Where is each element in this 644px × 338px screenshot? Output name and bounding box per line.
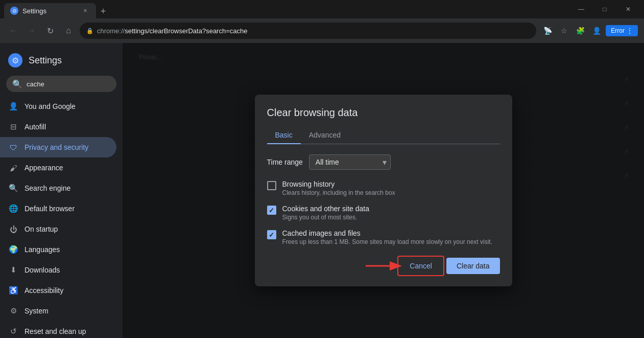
close-window-button[interactable]: ✕ xyxy=(616,0,640,18)
reset-icon: ↺ xyxy=(8,326,18,336)
checkbox-item-cookies: Cookies and other site data Signs you ou… xyxy=(267,205,500,221)
search-engine-icon: 🔍 xyxy=(8,183,18,193)
privacy-icon: 🛡 xyxy=(8,142,18,152)
toolbar-icons: 📡 ☆ 🧩 👤 Error ⋮ xyxy=(540,24,638,38)
url-rest: /clearBrowserData?search=cache xyxy=(148,27,247,35)
sidebar-item-label: System xyxy=(25,307,49,315)
sidebar-search-box[interactable]: 🔍 xyxy=(6,76,116,92)
sidebar-item-search-engine[interactable]: 🔍 Search engine xyxy=(0,178,116,198)
sidebar-item-label: On startup xyxy=(25,225,58,233)
system-icon: ⚙ xyxy=(8,306,18,316)
home-button[interactable]: ⌂ xyxy=(61,24,76,38)
cookies-checkbox[interactable] xyxy=(267,206,276,215)
tab-area: ⚙ Settings × + xyxy=(4,0,567,18)
tab-title: Settings xyxy=(22,7,46,15)
dialog-tabs: Basic Advanced xyxy=(267,127,500,144)
sidebar-item-accessibility[interactable]: ♿ Accessibility xyxy=(0,280,116,301)
sidebar-item-system[interactable]: ⚙ System xyxy=(0,301,116,321)
sidebar-item-label: Downloads xyxy=(25,266,60,274)
star-icon[interactable]: ☆ xyxy=(557,24,571,38)
sidebar-item-autofill[interactable]: ⊟ Autofill xyxy=(0,117,116,137)
sidebar-item-label: Reset and clean up xyxy=(25,327,86,335)
sidebar-item-label: Languages xyxy=(25,245,60,254)
on-startup-icon: ⏻ xyxy=(8,224,18,234)
dialog-title: Clear browsing data xyxy=(267,107,500,119)
sidebar-item-appearance[interactable]: 🖌 Appearance xyxy=(0,157,116,178)
tab-advanced[interactable]: Advanced xyxy=(301,127,349,144)
default-browser-icon: 🌐 xyxy=(8,204,18,214)
time-range-select[interactable]: Last hour Last 24 hours Last 7 days Last… xyxy=(309,154,391,170)
sidebar-item-default-browser[interactable]: 🌐 Default browser xyxy=(0,198,116,219)
sidebar-item-reset-and-clean-up[interactable]: ↺ Reset and clean up xyxy=(0,321,116,338)
address-bar-input[interactable]: 🔒 chrome://settings/clearBrowserData?sea… xyxy=(80,22,536,39)
search-icon: 🔍 xyxy=(12,79,22,89)
maximize-button[interactable]: □ xyxy=(593,0,616,18)
sidebar-item-label: Autofill xyxy=(25,123,46,131)
cached-images-label: Cached images and files xyxy=(282,229,493,237)
autofill-icon: ⊟ xyxy=(8,122,18,132)
active-tab[interactable]: ⚙ Settings × xyxy=(4,3,96,18)
cancel-button[interactable]: Cancel xyxy=(399,258,442,274)
address-bar: ← → ↻ ⌂ 🔒 chrome://settings/clearBrowser… xyxy=(0,18,644,43)
extensions-icon[interactable]: 🧩 xyxy=(573,24,587,38)
error-badge[interactable]: Error ⋮ xyxy=(606,25,638,36)
page-content: Privac... › › › › › xyxy=(123,43,644,338)
browsing-history-checkbox-wrap[interactable] xyxy=(267,181,276,190)
minimize-button[interactable]: — xyxy=(569,0,593,18)
sidebar-item-label: Accessibility xyxy=(25,286,63,295)
cookies-label: Cookies and other site data xyxy=(282,205,369,213)
you-and-google-icon: 👤 xyxy=(8,101,18,111)
reload-button[interactable]: ↻ xyxy=(43,24,57,38)
url-scheme: chrome:// xyxy=(97,27,125,35)
clear-data-button[interactable]: Clear data xyxy=(446,258,500,274)
forward-button[interactable]: → xyxy=(25,24,39,38)
time-range-row: Time range Last hour Last 24 hours Last … xyxy=(267,154,500,170)
url-highlight: settings xyxy=(125,27,148,35)
sidebar-item-on-startup[interactable]: ⏻ On startup xyxy=(0,219,116,239)
sidebar-item-label: Appearance xyxy=(25,164,63,172)
clear-browsing-data-dialog: Clear browsing data Basic Advanced Time … xyxy=(255,95,512,286)
back-button[interactable]: ← xyxy=(6,24,20,38)
cookies-subtext: Signs you out of most sites. xyxy=(282,214,369,221)
downloads-icon: ⬇ xyxy=(8,265,18,275)
cookies-text: Cookies and other site data Signs you ou… xyxy=(282,205,369,221)
cached-images-checkbox[interactable] xyxy=(267,230,276,239)
time-range-select-wrapper: Last hour Last 24 hours Last 7 days Last… xyxy=(309,154,391,170)
sidebar-item-label: Privacy and security xyxy=(25,143,88,151)
profile-icon[interactable]: 👤 xyxy=(589,24,604,38)
languages-icon: 🌍 xyxy=(8,244,18,255)
cast-icon[interactable]: 📡 xyxy=(540,24,555,38)
sidebar-item-label: Default browser xyxy=(25,205,75,213)
address-text: chrome://settings/clearBrowserData?searc… xyxy=(97,27,530,35)
sidebar: ⚙ Settings 🔍 👤 You and Google ⊟ Autofill… xyxy=(0,43,123,338)
tab-basic[interactable]: Basic xyxy=(267,127,301,144)
checkbox-item-browsing-history: Browsing history Clears history, includi… xyxy=(267,180,500,196)
sidebar-item-label: You and Google xyxy=(25,102,76,110)
window-controls: — □ ✕ xyxy=(569,0,640,18)
secure-icon: 🔒 xyxy=(86,27,94,35)
cookies-checkbox-wrap[interactable] xyxy=(267,206,276,215)
dialog-footer: Cancel Clear data xyxy=(267,258,500,274)
cached-images-checkbox-wrap[interactable] xyxy=(267,230,276,239)
browsing-history-checkbox[interactable] xyxy=(267,181,276,190)
sidebar-title: Settings xyxy=(29,55,62,66)
title-bar: ⚙ Settings × + — □ ✕ xyxy=(0,0,644,18)
sidebar-item-downloads[interactable]: ⬇ Downloads xyxy=(0,260,116,280)
sidebar-item-label: Search engine xyxy=(25,184,70,192)
settings-logo: ⚙ xyxy=(8,53,22,67)
browsing-history-subtext: Clears history, including in the search … xyxy=(282,189,395,196)
cached-images-text: Cached images and files Frees up less th… xyxy=(282,229,493,245)
modal-overlay: Clear browsing data Basic Advanced Time … xyxy=(123,43,644,338)
sidebar-search-input[interactable] xyxy=(27,80,112,88)
sidebar-item-languages[interactable]: 🌍 Languages xyxy=(0,239,116,260)
sidebar-item-privacy-and-security[interactable]: 🛡 Privacy and security xyxy=(0,137,116,157)
sidebar-item-you-and-google[interactable]: 👤 You and Google xyxy=(0,96,116,117)
close-tab-button[interactable]: × xyxy=(81,6,90,15)
menu-dots: ⋮ xyxy=(627,27,633,34)
new-tab-button[interactable]: + xyxy=(96,4,110,18)
tab-favicon: ⚙ xyxy=(10,7,18,15)
appearance-icon: 🖌 xyxy=(8,163,18,173)
cached-images-subtext: Frees up less than 1 MB. Some sites may … xyxy=(282,238,493,245)
browsing-history-label: Browsing history xyxy=(282,180,395,188)
sidebar-header: ⚙ Settings xyxy=(0,47,123,76)
